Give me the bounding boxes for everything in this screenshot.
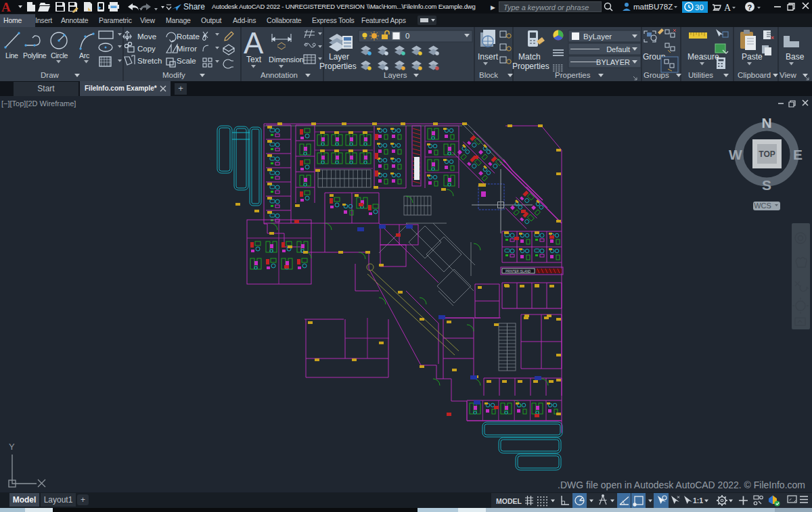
svg-text:Text: Text (246, 55, 262, 64)
svg-text:Copy: Copy (137, 45, 156, 53)
svg-text:Circle: Circle (51, 51, 68, 60)
svg-text:mattBU78Z: mattBU78Z (633, 3, 673, 11)
svg-text:PRINTER ISLAND: PRINTER ISLAND (505, 270, 531, 273)
svg-text:Measure: Measure (687, 52, 719, 62)
svg-text:ByLayer: ByLayer (583, 32, 612, 41)
svg-text:BYLAYER: BYLAYER (596, 58, 630, 66)
svg-text:Properties: Properties (319, 62, 357, 71)
svg-text:Dimension: Dimension (269, 55, 304, 64)
svg-text:Arc: Arc (79, 51, 89, 60)
svg-text:Polyline: Polyline (23, 51, 47, 60)
svg-text:Stretch: Stretch (137, 57, 162, 65)
svg-text:Mirror: Mirror (177, 45, 197, 53)
svg-text:Y: Y (9, 442, 15, 452)
svg-text:Share: Share (183, 2, 205, 11)
svg-text:Move: Move (137, 32, 156, 41)
svg-text:?: ? (748, 3, 752, 11)
svg-text:Rotate: Rotate (177, 32, 200, 41)
svg-text:Match: Match (518, 52, 541, 62)
svg-text:Default: Default (606, 45, 630, 53)
svg-text:Paste: Paste (742, 52, 763, 62)
svg-text:Properties: Properties (512, 62, 549, 71)
svg-text:TOP: TOP (759, 149, 775, 159)
svg-text:A: A (724, 3, 731, 13)
svg-text:1:1: 1:1 (693, 496, 703, 505)
svg-text:A: A (1, 0, 11, 14)
svg-text:WCS: WCS (754, 202, 771, 210)
svg-text:E: E (793, 147, 803, 162)
svg-text:Line: Line (5, 51, 18, 60)
svg-text:Scale: Scale (177, 57, 196, 65)
svg-text:W: W (729, 147, 742, 162)
svg-text:0: 0 (405, 32, 409, 40)
svg-text:Insert: Insert (478, 52, 499, 62)
svg-text:Base: Base (786, 52, 805, 62)
svg-text:30: 30 (695, 3, 704, 11)
svg-text:N: N (761, 115, 771, 131)
svg-text:Layer: Layer (329, 52, 349, 62)
svg-text:S: S (762, 177, 771, 193)
